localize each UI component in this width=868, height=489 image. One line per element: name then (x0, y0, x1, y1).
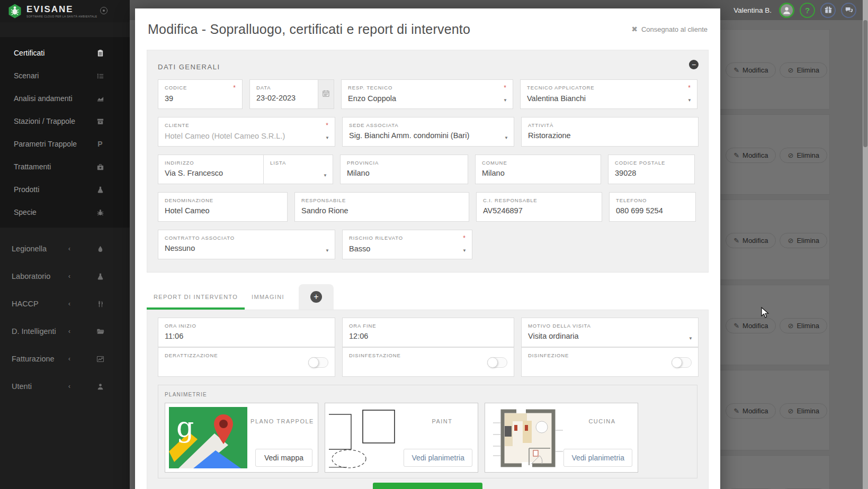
toggle-switch-derattizzazione[interactable] (308, 357, 328, 368)
sidebar-item-legionella[interactable]: Legionella‹ (0, 235, 130, 262)
field-codice-postale[interactable]: CODICE POSTALE39028 (608, 155, 695, 184)
field-value: AV5246897 (483, 206, 595, 215)
field-provincia[interactable]: PROVINCIAMilano (340, 155, 468, 184)
chevron-left-icon: ‹ (68, 355, 82, 363)
field-label-row: DISINFESTAZIONE (349, 352, 507, 358)
sidebar-item-analisi-andamenti[interactable]: Analisi andamenti (0, 87, 130, 110)
toggle-switch-disinfestazione[interactable] (487, 357, 507, 368)
field-lista[interactable]: LISTA▼ (263, 155, 333, 184)
chevron-left-icon: ‹ (68, 328, 82, 335)
help-icon[interactable]: ? (800, 3, 815, 18)
sidebar-item-utenti[interactable]: Utenti‹ (0, 373, 130, 400)
field-label: TELEFONO (616, 197, 647, 203)
sidebar-item-specie[interactable]: Specie (0, 201, 130, 223)
field-label: ORA INIZIO (165, 323, 196, 329)
toggle-switch-disinfezione[interactable] (672, 357, 692, 368)
list-icon (94, 71, 106, 80)
field-codice[interactable]: CODICE*39 (158, 79, 243, 109)
sidebar-item-label: Scenari (14, 71, 94, 80)
chevron-down-icon: ▼ (325, 135, 329, 140)
flask-icon (94, 272, 106, 281)
field-label: DATA (256, 85, 271, 90)
field-label: CONTRATTO ASSOCIATO (165, 235, 235, 241)
field-telefono[interactable]: TELEFONO080 699 5254 (609, 192, 696, 222)
mouse-cursor (761, 307, 770, 319)
tab-report-di-intervento[interactable]: REPORT DI INTERVENTO (147, 285, 245, 310)
gift-icon[interactable] (820, 3, 836, 18)
sidebar-item-label: Legionella (12, 245, 68, 253)
sidebar-item-parametri-trappole[interactable]: Parametri TrappoleP (0, 132, 130, 155)
report-panel: ORA INIZIO11:06ORA FINE12:06MOTIVO DELLA… (147, 310, 709, 489)
scrollbar-thumb[interactable] (863, 20, 867, 147)
person-icon (782, 5, 792, 15)
report-fields: ORA INIZIO11:06ORA FINE12:06MOTIVO DELLA… (158, 318, 697, 347)
field-label: LISTA (270, 160, 286, 166)
field-label: DISINFEZIONE (528, 352, 569, 358)
chevron-down-icon: ▼ (688, 336, 693, 341)
sidebar-toggle-icon[interactable] (100, 7, 108, 14)
field-comune[interactable]: COMUNEMilano (475, 155, 601, 184)
sidebar-item-haccp[interactable]: HACCP‹ (0, 290, 130, 318)
field-cliente[interactable]: CLIENTE*Hotel Cameo (Hotel Cameo S.R.L.)… (158, 117, 335, 147)
user-avatar[interactable] (779, 3, 794, 18)
plus-icon: + (310, 291, 322, 303)
field-label-row: MOTIVO DELLA VISITA (528, 323, 692, 329)
field-tecnico-applicatore[interactable]: TECNICO APPLICATORE*Valentina Bianchi▼ (520, 79, 697, 109)
field-label-row: ATTIVITÀ (528, 122, 692, 128)
field-rischio-rilevato[interactable]: RISCHIO RILEVATO*Basso▼ (342, 230, 472, 259)
field-label-row: RISCHIO RILEVATO* (349, 235, 466, 241)
field-data[interactable]: DATA23-02-2023 (249, 79, 334, 109)
sidebar-item-scenari[interactable]: Scenari (0, 64, 130, 87)
collapse-section-icon[interactable]: − (689, 60, 699, 69)
field-resp-tecnico[interactable]: RESP. TECNICO*Enzo Coppola▼ (341, 79, 513, 109)
sidebar-item-stazioni-trappole[interactable]: Stazioni / Trappole (0, 110, 130, 132)
datepicker-button[interactable] (318, 80, 334, 108)
field-contratto-associato[interactable]: CONTRATTO ASSOCIATONessuno▼ (158, 230, 335, 259)
field-c-i-responsable[interactable]: C.I. RESPONSABLEAV5246897 (476, 192, 602, 222)
field-label-row: TELEFONO (616, 197, 689, 203)
chevron-left-icon: ‹ (68, 273, 82, 280)
field-row: INDIRIZZOVia S. FrancescoLISTA▼PROVINCIA… (158, 155, 697, 184)
sidebar-item-prodotti[interactable]: Prodotti (0, 178, 130, 201)
add-tab-button[interactable]: + (299, 284, 334, 310)
field-label-row: COMUNE (482, 160, 594, 166)
sidebar-item-laboratorio[interactable]: Laboratorio‹ (0, 262, 130, 290)
sidebar-item-label: Fatturazione (12, 355, 68, 363)
vedi-button-plano-trappole[interactable]: Vedi mappa (255, 449, 312, 467)
field-motivo-della-visita[interactable]: MOTIVO DELLA VISITAVisita ordinaria▼ (521, 318, 699, 347)
page-scrollbar[interactable] (863, 0, 868, 489)
field-attivit[interactable]: ATTIVITÀRistorazione (521, 117, 699, 147)
sidebar-item-label: Analisi andamenti (14, 94, 94, 103)
planimetrie-box: PLANIMETRIE gPLANO TRAPPOLEVedi mappaPAI… (158, 385, 697, 478)
med-case-icon (94, 162, 106, 171)
field-responsabile[interactable]: RESPONSABILESandro Rione (294, 192, 469, 222)
chat-icon[interactable] (841, 3, 856, 18)
field-value: 23-02-2023 (256, 94, 327, 102)
vedi-button-cucina[interactable]: Vedi planimetria (563, 449, 632, 467)
consegnato-al-cliente-button[interactable]: ✖ Consegnato al cliente (631, 25, 708, 33)
field-ora-inizio[interactable]: ORA INIZIO11:06 (158, 318, 335, 347)
field-label-row: PROVINCIA (347, 160, 461, 166)
field-denominazione[interactable]: DENOMINAZIONEHotel Cameo (158, 192, 288, 222)
field-label: ORA FINE (349, 323, 377, 329)
sidebar-item-certificati[interactable]: Certificati (0, 41, 130, 64)
vedi-button-paint[interactable]: Vedi planimetria (404, 449, 472, 467)
field-indirizzo[interactable]: INDIRIZZOVia S. Francesco (158, 155, 264, 184)
required-asterisk: * (688, 85, 691, 91)
sidebar-section-sub: CertificatiScenariAnalisi andamentiStazi… (0, 37, 130, 228)
field-label: DERATTIZZAZIONE (165, 352, 218, 358)
field-ora-fine[interactable]: ORA FINE12:06 (342, 318, 514, 347)
tabs-bar: REPORT DI INTERVENTOIMMAGINI + (147, 283, 709, 310)
sidebar-item-label: Certificati (14, 49, 94, 57)
sidebar-item-d-intelligenti[interactable]: D. Intelligenti‹ (0, 318, 130, 345)
field-sede-associata[interactable]: SEDE ASSOCIATASig. Bianchi Amm. condomin… (342, 117, 514, 147)
sidebar-item-label: D. Intelligenti (12, 327, 68, 336)
consegnato-label: Consegnato al cliente (641, 25, 708, 33)
tab-immagini[interactable]: IMMAGINI (245, 285, 291, 310)
sidebar-item-fatturazione[interactable]: Fatturazione‹ (0, 345, 130, 373)
field-label-row: LISTA (270, 160, 326, 166)
planimetria-card-title: CUCINA (570, 418, 634, 424)
sidebar-item-trattamenti[interactable]: Trattamenti (0, 155, 130, 178)
modal-bottom-button[interactable] (373, 483, 482, 489)
field-label-row: RESPONSABILE (301, 197, 462, 203)
